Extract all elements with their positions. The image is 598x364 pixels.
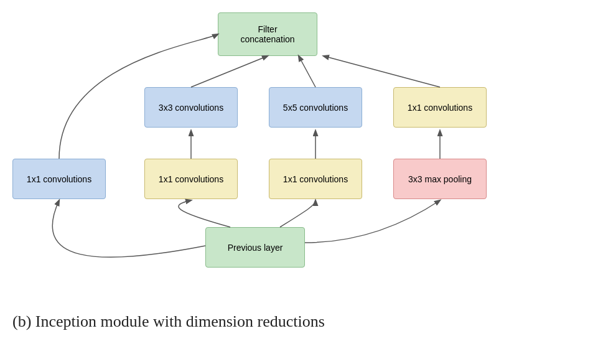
filter-concat-label: Filterconcatenation bbox=[240, 24, 294, 44]
svg-line-4 bbox=[191, 56, 268, 87]
conv1x1-out-node: 1x1 convolutions bbox=[393, 87, 487, 128]
conv1x1-a-label: 1x1 convolutions bbox=[159, 174, 223, 184]
svg-line-6 bbox=[324, 56, 440, 87]
conv1x1-left-node: 1x1 convolutions bbox=[12, 159, 106, 199]
conv1x1-out-label: 1x1 convolutions bbox=[408, 103, 472, 113]
conv1x1-b-node: 1x1 convolutions bbox=[269, 159, 362, 199]
diagram-container: Filterconcatenation 3x3 convolutions 5x5… bbox=[0, 0, 598, 305]
conv3x3-label: 3x3 convolutions bbox=[159, 103, 223, 113]
conv5x5-node: 5x5 convolutions bbox=[269, 87, 362, 128]
conv1x1-left-label: 1x1 convolutions bbox=[27, 174, 91, 184]
conv5x5-label: 5x5 convolutions bbox=[283, 103, 348, 113]
maxpool-node: 3x3 max pooling bbox=[393, 159, 487, 199]
prev-layer-node: Previous layer bbox=[205, 227, 305, 268]
diagram-caption: (b) Inception module with dimension redu… bbox=[0, 305, 598, 331]
svg-line-5 bbox=[299, 56, 315, 87]
conv1x1-a-node: 1x1 convolutions bbox=[144, 159, 238, 199]
filter-concat-node: Filterconcatenation bbox=[218, 12, 317, 56]
caption-text: (b) Inception module with dimension redu… bbox=[12, 312, 325, 330]
maxpool-label: 3x3 max pooling bbox=[408, 174, 472, 184]
prev-layer-label: Previous layer bbox=[228, 243, 283, 253]
conv3x3-node: 3x3 convolutions bbox=[144, 87, 238, 128]
conv1x1-b-label: 1x1 convolutions bbox=[283, 174, 348, 184]
